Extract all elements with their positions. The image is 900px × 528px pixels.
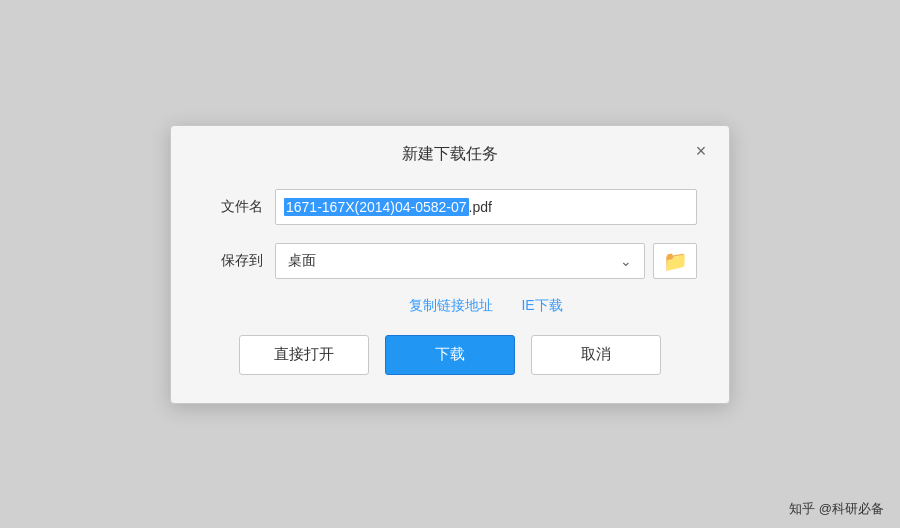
folder-icon: 📁 — [663, 249, 688, 273]
dialog-title: 新建下载任务 — [402, 144, 498, 165]
saveto-select[interactable]: 桌面 ⌄ — [275, 243, 645, 279]
action-row: 直接打开 下载 取消 — [203, 335, 697, 383]
copy-link-button[interactable]: 复制链接地址 — [409, 297, 493, 315]
open-button[interactable]: 直接打开 — [239, 335, 369, 375]
cancel-button[interactable]: 取消 — [531, 335, 661, 375]
filename-display[interactable]: 1671-167X(2014)04-0582-07.pdf — [275, 189, 697, 225]
links-row: 复制链接地址 IE下载 — [203, 297, 697, 315]
saveto-label: 保存到 — [203, 252, 263, 270]
chevron-down-icon: ⌄ — [620, 253, 632, 269]
dialog-body: 文件名 1671-167X(2014)04-0582-07.pdf 保存到 桌面… — [171, 179, 729, 403]
backdrop: 新建下载任务 × 文件名 1671-167X(2014)04-0582-07.p… — [0, 0, 900, 528]
filename-row: 文件名 1671-167X(2014)04-0582-07.pdf — [203, 189, 697, 225]
browse-folder-button[interactable]: 📁 — [653, 243, 697, 279]
saveto-wrapper: 桌面 ⌄ 📁 — [275, 243, 697, 279]
saveto-row: 保存到 桌面 ⌄ 📁 — [203, 243, 697, 279]
filename-extension: .pdf — [469, 199, 492, 215]
ie-download-button[interactable]: IE下载 — [521, 297, 562, 315]
dialog-header: 新建下载任务 × — [171, 126, 729, 179]
filename-selected-text: 1671-167X(2014)04-0582-07 — [284, 198, 469, 216]
download-button[interactable]: 下载 — [385, 335, 515, 375]
filename-label: 文件名 — [203, 198, 263, 216]
close-button[interactable]: × — [689, 140, 713, 164]
watermark: 知乎 @科研必备 — [789, 500, 884, 518]
dialog: 新建下载任务 × 文件名 1671-167X(2014)04-0582-07.p… — [170, 125, 730, 404]
saveto-value: 桌面 — [288, 252, 316, 270]
